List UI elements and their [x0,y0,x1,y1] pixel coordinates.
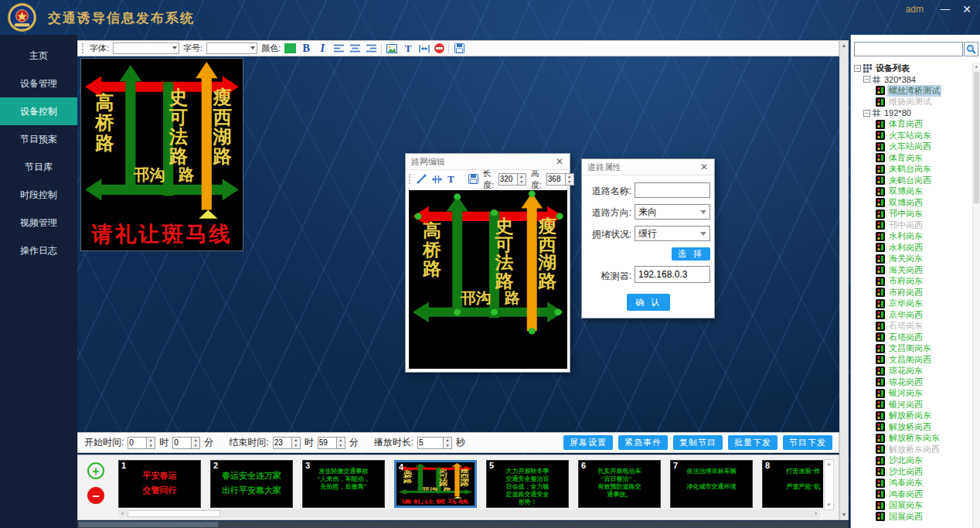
step-down-icon[interactable]: ▼ [147,443,155,448]
step-down-icon[interactable]: ▼ [192,443,199,448]
italic-icon[interactable]: I [316,43,328,55]
step-up-icon[interactable]: ▲ [147,438,155,443]
start-minute-stepper[interactable]: ▲▼ [172,437,200,449]
height-input[interactable] [546,173,566,186]
length-stepper[interactable]: ▲▼ [499,173,526,186]
tree-device-京华岗西[interactable]: 京华岗西 [851,309,973,321]
scroll-up-icon[interactable]: ▲ [825,460,833,468]
step-up-icon[interactable]: ▲ [444,438,451,443]
main-horizontal-scrollbar[interactable] [77,521,849,528]
road-name-input[interactable] [635,182,710,198]
tree-device-螺丝湾桥测试[interactable]: 螺丝湾桥测试 [851,85,973,97]
collapse-toggle-icon[interactable]: − [854,65,861,72]
tree-device-体育岗东[interactable]: 体育岗东 [851,152,973,164]
tree-device-国展岗西[interactable]: 国展岗西 [851,511,973,523]
tree-device-火车站岗东[interactable]: 火车站岗东 [851,130,973,141]
tree-device-水利岗西[interactable]: 水利岗西 [851,242,973,254]
tree-device-体育岗西[interactable]: 体育岗西 [851,119,973,131]
scroll-up-icon[interactable]: ▲ [840,41,848,50]
step-up-icon[interactable]: ▲ [566,174,573,179]
step-up-icon[interactable]: ▲ [192,438,199,443]
collapse-toggle-icon[interactable]: − [863,76,870,83]
program-thumbnail-5[interactable]: 5大力开展秋冬季交通安全整治百日会战，全力稳定道路交通安全形势！ [486,460,569,508]
sidebar-item-6[interactable]: 时段控制 [0,181,77,209]
tree-device-银河岗东[interactable]: 银河岗东 [851,388,973,400]
collapse-toggle-icon[interactable]: − [863,110,870,117]
length-input[interactable] [499,173,518,186]
save-icon[interactable] [453,43,465,55]
end-hour-stepper[interactable]: ▲▼ [273,437,301,449]
start-hour-stepper[interactable]: ▲▼ [128,437,155,449]
bold-icon[interactable]: B [300,43,312,55]
action-button-4[interactable]: 批量下发 [728,435,778,450]
playlist-horizontal-scrollbar[interactable]: ‹ › [118,509,820,518]
end-hour-input[interactable] [273,437,292,449]
tree-device-解放桥岗西[interactable]: 解放桥岗西 [851,421,973,433]
sidebar-item-8[interactable]: 操作日志 [0,237,77,264]
action-button-1[interactable]: 屏幕设置 [563,435,613,450]
tree-device-水利岗东[interactable]: 水利岗东 [851,231,973,243]
align-center-icon[interactable] [349,43,361,55]
tree-group-192*80[interactable]: −192*80 [851,107,973,119]
start-minute-input[interactable] [172,437,192,449]
end-minute-stepper[interactable]: ▲▼ [318,437,345,449]
scroll-left-icon[interactable]: ‹ [118,509,127,518]
tree-device-沙北岗东[interactable]: 沙北岗东 [851,455,973,467]
detector-input[interactable] [635,266,710,283]
tree-scrollbar[interactable]: ▲ [972,63,980,528]
road-direction-select[interactable]: 来向 [635,204,710,220]
step-up-icon[interactable]: ▲ [292,438,300,443]
action-button-2[interactable]: 紧急事件 [618,435,668,450]
tree-device-维扬岗测试[interactable]: 维扬岗测试 [851,97,973,108]
arrow-tool-icon[interactable] [431,173,443,186]
tree-device-双博岗西[interactable]: 双博岗西 [851,197,973,209]
tree-device-国展岗东[interactable]: 国展岗东 [851,500,973,512]
align-left-icon[interactable] [332,43,345,55]
tree-device-银河岗西[interactable]: 银河岗西 [851,399,973,410]
edit-handle[interactable] [529,190,536,196]
sidebar-item-2[interactable]: 设备管理 [0,70,77,97]
scrollbar-thumb[interactable] [974,72,979,203]
sign-preview-canvas[interactable]: 高桥路史可法路瘦西湖路邗沟路请礼让斑马线 [80,58,243,251]
scroll-down-icon[interactable]: ▼ [825,501,833,509]
step-down-icon[interactable]: ▼ [518,179,526,185]
edit-handle[interactable] [491,209,498,216]
end-minute-input[interactable] [318,437,337,449]
edit-handle[interactable] [556,213,563,220]
congestion-select[interactable]: 缓行 [635,226,710,241]
action-button-5[interactable]: 节目下发 [783,435,832,450]
search-button[interactable] [964,42,978,56]
tree-device-文昌阁岗西[interactable]: 文昌阁岗西 [851,354,973,366]
action-button-3[interactable]: 复制节目 [673,435,723,450]
playlist-vertical-scrollbar[interactable]: ▲ ▼ [824,459,834,510]
program-thumbnail-8[interactable]: 8打击改装“炸 严查严惩“机 [762,460,823,508]
step-down-icon[interactable]: ▼ [337,443,345,448]
program-thumbnail-3[interactable]: 3发生轻微交通事故“人未伤，车能动，先拍照，后撤离” [302,460,385,508]
duration-input[interactable] [417,437,444,449]
main-vertical-scrollbar[interactable]: ▲ ▼ [839,40,849,520]
scrollbar-thumb[interactable] [79,522,218,527]
tree-device-来鹤台岗西[interactable]: 来鹤台岗西 [851,175,973,186]
tree-group-320*384[interactable]: −320*384 [851,74,973,86]
close-button[interactable]: ✕ [958,2,975,17]
tree-device-火车站岗西[interactable]: 火车站岗西 [851,141,973,153]
edit-handle[interactable] [529,328,536,334]
line-tool-icon[interactable] [417,173,427,186]
scroll-up-icon[interactable]: ▲ [973,63,980,70]
edit-handle[interactable] [454,309,461,315]
align-right-icon[interactable] [365,43,377,55]
start-hour-input[interactable] [128,437,147,449]
color-swatch[interactable] [284,43,296,53]
tree-device-文昌阁岗东[interactable]: 文昌阁岗东 [851,343,973,355]
insert-text-icon[interactable]: T [402,43,414,55]
step-up-icon[interactable]: ▲ [518,174,526,179]
edit-handle[interactable] [555,309,562,315]
tree-device-琼花岗东[interactable]: 琼花岗东 [851,366,973,377]
tree-device-双博岗东[interactable]: 双博岗东 [851,186,973,198]
tree-device-市府岗东[interactable]: 市府岗东 [851,276,973,288]
duration-stepper[interactable]: ▲▼ [417,437,452,449]
program-thumbnail-1[interactable]: 1平安春运交警同行 [118,460,201,508]
scroll-down-icon[interactable]: ▼ [840,510,848,519]
step-down-icon[interactable]: ▼ [292,443,300,448]
tree-device-石塔岗西[interactable]: 石塔岗西 [851,332,973,343]
